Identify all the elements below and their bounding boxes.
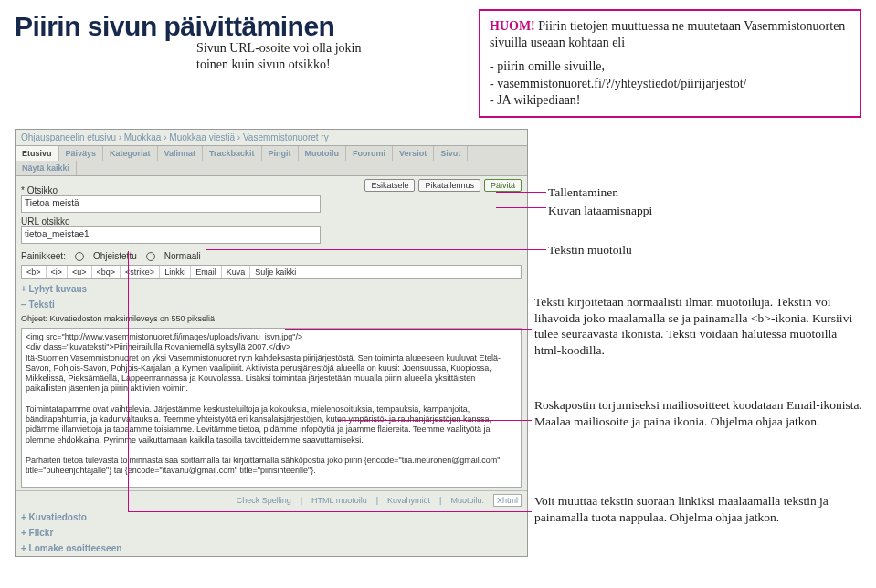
- tab-kategoriat[interactable]: Kategoriat: [103, 146, 158, 161]
- obj-label: Ohjeet: Kuvatiedoston maksimileveys on 5…: [16, 312, 527, 325]
- connector-line: [128, 251, 129, 511]
- huom-label: HUOM!: [490, 19, 535, 33]
- tab-bar: Etusivu Päiväys Kategoriat Valinnat Trac…: [16, 145, 527, 176]
- breadcrumb: Ohjauspaneelin etusivu › Muokkaa › Muokk…: [16, 130, 527, 145]
- tb-blockquote[interactable]: <bq>: [92, 266, 121, 278]
- connector-line: [496, 192, 546, 193]
- anno-link: Voit muuttaa tekstin suoraan linkiksi ma…: [534, 493, 863, 525]
- crumb-2[interactable]: Muokkaa: [124, 132, 162, 142]
- preview-button[interactable]: Esikatsele: [364, 179, 415, 192]
- radio-normaali-label: Normaali: [164, 251, 201, 261]
- tab-etusivu[interactable]: Etusivu: [16, 146, 59, 161]
- radio-normaali[interactable]: [146, 252, 155, 261]
- panel-flickr[interactable]: + Flickr: [16, 525, 527, 541]
- tb-bold[interactable]: <b>: [22, 266, 47, 278]
- warning-line: Piirin tietojen muuttuessa ne muutetaan …: [490, 19, 845, 49]
- tb-link[interactable]: Linkki: [160, 266, 191, 278]
- tb-underline[interactable]: <u>: [68, 266, 92, 278]
- tb-image[interactable]: Kuva: [222, 266, 251, 278]
- ft-spell[interactable]: Check Spelling: [237, 496, 291, 505]
- update-button[interactable]: Päivitä: [484, 179, 522, 192]
- tab-pingit[interactable]: Pingit: [262, 146, 299, 161]
- anno-teksti-body: Teksti kirjoitetaan normaalisti ilman mu…: [534, 294, 863, 358]
- quicksave-button[interactable]: Pikatallennus: [418, 179, 480, 192]
- tab-nayta-kaikki[interactable]: Näytä kaikki: [16, 161, 77, 175]
- warning-b3: - JA wikipediaan!: [490, 92, 850, 109]
- crumb-1[interactable]: Ohjauspaneelin etusivu: [21, 132, 116, 142]
- tab-trackbackit[interactable]: Trackbackit: [203, 146, 262, 161]
- ft-muotoilu-label: Muotoilu:: [450, 496, 484, 505]
- connector-line: [338, 420, 532, 421]
- panel-short-desc[interactable]: + Lyhyt kuvaus: [16, 281, 527, 297]
- tab-sivut[interactable]: Sivut: [434, 146, 468, 161]
- crumb-3[interactable]: Muokkaa viestiä: [169, 132, 235, 142]
- tb-email[interactable]: Email: [191, 266, 222, 278]
- tb-italic[interactable]: <i>: [47, 266, 69, 278]
- tb-strike[interactable]: <strike>: [121, 266, 160, 278]
- connector-line: [128, 511, 532, 512]
- ft-kuvah[interactable]: Kuvahymiöt: [387, 496, 430, 505]
- connector-line: [496, 207, 546, 208]
- text-editor[interactable]: <img src="http://www.vasemmistonuoret.fi…: [21, 328, 522, 488]
- tab-paivays[interactable]: Päiväys: [59, 146, 104, 161]
- ft-html[interactable]: HTML muotoilu: [311, 496, 367, 505]
- ft-format-select[interactable]: Xhtml: [493, 494, 522, 507]
- radio-ohjeistettu[interactable]: [75, 252, 84, 261]
- anno-tekstin: Tekstin muotoilu: [548, 242, 632, 258]
- panel-lomake[interactable]: + Lomake osoitteeseen: [16, 541, 527, 556]
- radio-label: Painikkeet:: [21, 251, 66, 261]
- cms-screenshot: Ohjauspaneelin etusivu › Muokkaa › Muokk…: [15, 129, 528, 557]
- connector-line: [285, 329, 532, 330]
- anno-roska: Roskapostin torjumiseksi mailiosoitteet …: [534, 397, 863, 429]
- warning-b2: - vasemmistonuoret.fi/?/yhteystiedot/pii…: [490, 76, 850, 92]
- anno-kuvan: Kuvan lataamisnappi: [548, 203, 652, 219]
- crumb-4[interactable]: Vasemmistonuoret ry: [243, 132, 329, 142]
- tab-valinnat[interactable]: Valinnat: [158, 146, 204, 161]
- panel-text[interactable]: − Teksti: [16, 297, 527, 312]
- tb-close-all[interactable]: Sulje kaikki: [250, 266, 301, 278]
- tab-muotoilu[interactable]: Muotoilu: [299, 146, 347, 161]
- radio-ohjeistettu-label: Ohjeistettu: [93, 251, 137, 261]
- warning-b1: - piirin omille sivuille,: [490, 58, 850, 75]
- url-note: Sivun URL-osoite voi olla jokin toinen k…: [196, 40, 388, 72]
- title-input[interactable]: Tietoa meistä: [21, 195, 321, 213]
- url-input[interactable]: tietoa_meistae1: [21, 226, 321, 244]
- url-label: URL otsikko: [21, 216, 522, 226]
- tab-foorumi[interactable]: Foorumi: [346, 146, 393, 161]
- anno-tallentaminen: Tallentaminen: [548, 184, 618, 201]
- format-toolbar: <b> <i> <u> <bq> <strike> Linkki Email K…: [21, 265, 522, 279]
- tab-versiot[interactable]: Versiot: [393, 146, 434, 161]
- connector-line: [206, 249, 546, 250]
- warning-box: HUOM! Piirin tietojen muuttuessa ne muut…: [479, 9, 861, 118]
